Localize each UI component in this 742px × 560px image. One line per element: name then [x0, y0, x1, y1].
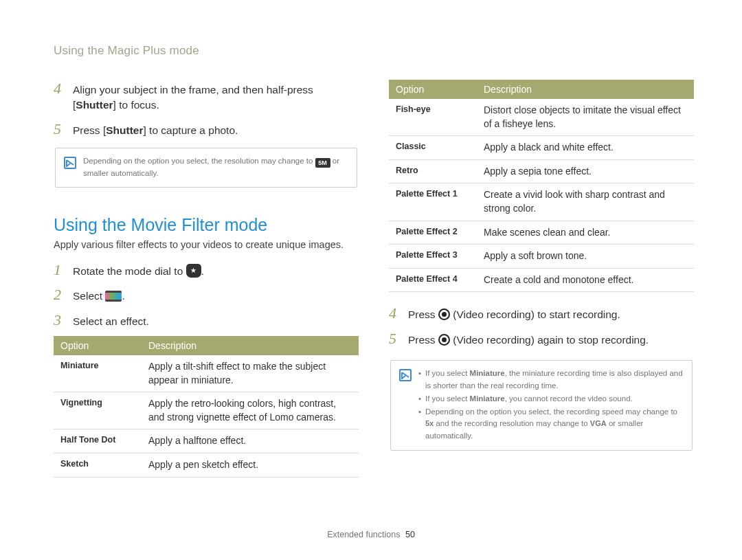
- option-name: Classic: [389, 136, 477, 160]
- effects-table-right: Option Description Fish-eye Distort clos…: [389, 80, 694, 292]
- note-content: Depending on the option you select, the …: [83, 155, 348, 179]
- t: If you select: [425, 369, 470, 377]
- b: Miniature: [470, 369, 505, 377]
- note-icon: [64, 157, 76, 169]
- mode-dial-icon: [186, 264, 201, 278]
- step-number: 5: [389, 330, 401, 348]
- option-desc: Apply a pen sketch effect.: [142, 453, 359, 478]
- step-5-stop: 5 Press (Video recording) again to stop …: [389, 330, 694, 348]
- step-4-align: 4 Align your subject in the frame, and t…: [54, 80, 359, 113]
- text-post: ] to capture a photo.: [143, 124, 238, 136]
- right-column: Option Description Fish-eye Distort clos…: [389, 80, 694, 478]
- step-3-effect: 3 Select an effect.: [54, 311, 359, 329]
- note-item: If you select Miniature, the miniature r…: [418, 368, 684, 392]
- table-row: Half Tone Dot Apply a halftone effect.: [54, 429, 359, 453]
- text-bold: Shutter: [76, 99, 113, 111]
- page-footer: Extended functions 50: [0, 530, 742, 539]
- step-number: 1: [54, 261, 66, 279]
- col-description: Description: [477, 80, 694, 99]
- note-resolution: Depending on the option you select, the …: [55, 148, 357, 187]
- t: , you cannot record the video sound.: [505, 394, 633, 403]
- table-row: Palette Effect 4 Create a cold and monot…: [389, 268, 694, 292]
- table-row: Palette Effect 1 Create a vivid look wit…: [389, 183, 694, 221]
- option-desc: Create a cold and monotone effect.: [477, 268, 694, 292]
- speed-badge-icon: 5x: [425, 418, 434, 429]
- table-row: Fish-eye Distort close objects to imitat…: [389, 99, 694, 136]
- step-1-rotate: 1 Rotate the mode dial to .: [54, 261, 359, 279]
- note-item: If you select Miniature, you cannot reco…: [418, 393, 684, 405]
- table-row: Vignetting Apply the retro-looking color…: [54, 392, 359, 429]
- left-column: 4 Align your subject in the frame, and t…: [54, 80, 359, 478]
- option-name: Miniature: [54, 355, 142, 392]
- step-text: Align your subject in the frame, and the…: [73, 82, 359, 113]
- step-number: 2: [54, 286, 66, 304]
- option-name: Palette Effect 1: [389, 183, 477, 221]
- tail: .: [122, 290, 124, 302]
- step-text: Rotate the mode dial to .: [73, 264, 204, 279]
- tail: .: [201, 265, 204, 277]
- content-columns: 4 Align your subject in the frame, and t…: [54, 80, 694, 478]
- step-2-select: 2 Select .: [54, 286, 359, 304]
- section-intro: Apply various filter effects to your vid…: [54, 239, 359, 250]
- page-header: Using the Magic Plus mode: [54, 44, 694, 58]
- record-icon: [438, 309, 450, 320]
- movie-filter-icon: [105, 291, 122, 302]
- option-desc: Apply a black and white effect.: [477, 136, 694, 160]
- text: Select: [73, 290, 105, 302]
- page-number: 50: [405, 530, 415, 539]
- option-desc: Create a vivid look with sharp contrast …: [477, 183, 694, 221]
- option-name: Half Tone Dot: [54, 429, 142, 453]
- footer-label: Extended functions: [327, 530, 400, 539]
- note-miniature: If you select Miniature, the miniature r…: [390, 360, 693, 451]
- table-header-row: Option Description: [54, 336, 359, 355]
- table-row: Retro Apply a sepia tone effect.: [389, 159, 694, 183]
- record-icon: [438, 334, 450, 346]
- vga-badge-icon: VGA: [590, 418, 607, 429]
- table-row: Classic Apply a black and white effect.: [389, 136, 694, 160]
- note-pre: Depending on the option you select, the …: [83, 157, 315, 165]
- option-name: Sketch: [54, 453, 142, 478]
- col-description: Description: [142, 336, 359, 355]
- option-desc: Apply the retro-looking colors, high con…: [142, 392, 359, 429]
- note-list: If you select Miniature, the miniature r…: [418, 368, 684, 443]
- text-bold: Shutter: [106, 124, 143, 136]
- step-number: 5: [54, 120, 66, 138]
- step-number: 3: [54, 311, 66, 329]
- option-desc: Distort close objects to imitate the vis…: [477, 99, 694, 136]
- t: Depending on the option you select, the …: [425, 407, 677, 416]
- table-row: Palette Effect 2 Make scenes clean and c…: [389, 221, 694, 245]
- resolution-badge-icon: 5M: [315, 158, 330, 168]
- step-5-capture: 5 Press [Shutter] to capture a photo.: [54, 120, 359, 138]
- text: Rotate the mode dial to: [73, 265, 186, 277]
- section-title-movie-filter: Using the Movie Filter mode: [54, 215, 359, 235]
- b: Miniature: [470, 394, 505, 403]
- step-text: Press [Shutter] to capture a photo.: [73, 123, 238, 138]
- note-icon: [399, 369, 412, 381]
- step-number: 4: [389, 304, 401, 322]
- step-4-record: 4 Press (Video recording) to start recor…: [389, 304, 694, 322]
- effects-table-left: Option Description Miniature Apply a til…: [54, 336, 359, 478]
- t: If you select: [425, 394, 470, 403]
- note-item: Depending on the option you select, the …: [418, 406, 684, 442]
- option-desc: Make scenes clean and clear.: [477, 221, 694, 245]
- step-text: Select .: [73, 289, 125, 304]
- text-pre: Press: [408, 309, 438, 320]
- option-desc: Apply a tilt-shift effect to make the su…: [142, 355, 359, 392]
- table-header-row: Option Description: [389, 80, 694, 99]
- text-pre: Press: [408, 334, 438, 346]
- col-option: Option: [389, 80, 477, 99]
- text-post: ] to focus.: [113, 99, 159, 111]
- table-row: Sketch Apply a pen sketch effect.: [54, 453, 359, 478]
- option-desc: Apply a soft brown tone.: [477, 245, 694, 269]
- table-row: Palette Effect 3 Apply a soft brown tone…: [389, 245, 694, 269]
- step-number: 4: [54, 80, 66, 98]
- step-text: Press (Video recording) to start recordi…: [408, 307, 620, 322]
- step-text: Press (Video recording) again to stop re…: [408, 333, 649, 348]
- text-post: (Video recording) to start recording.: [450, 309, 620, 320]
- option-name: Palette Effect 4: [389, 268, 477, 292]
- t: and the recording resolution may change …: [434, 419, 590, 427]
- option-name: Vignetting: [54, 392, 142, 429]
- option-desc: Apply a halftone effect.: [142, 429, 359, 453]
- table-row: Miniature Apply a tilt-shift effect to m…: [54, 355, 359, 392]
- text-pre: Press [: [73, 124, 106, 136]
